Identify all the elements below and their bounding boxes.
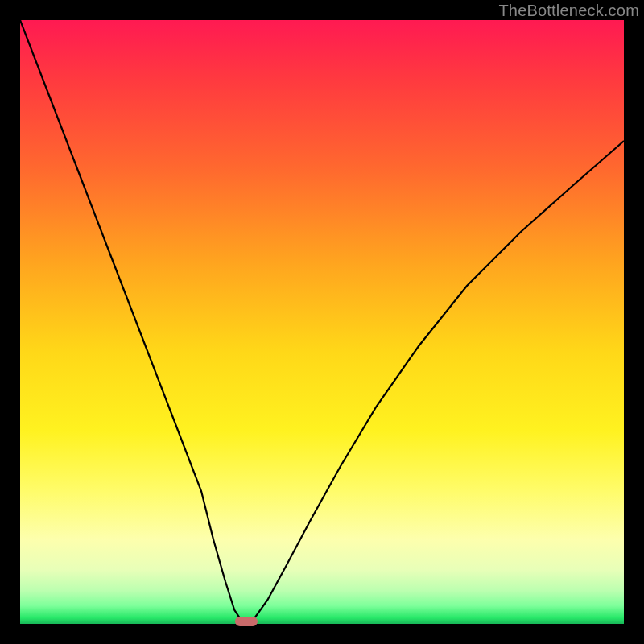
figure-root: TheBottleneck.com bbox=[0, 0, 644, 644]
optimal-point-marker bbox=[235, 617, 258, 626]
bottleneck-curve-right bbox=[249, 141, 625, 624]
plot-area bbox=[20, 20, 624, 624]
bottleneck-curve-left bbox=[20, 20, 245, 624]
watermark-text: TheBottleneck.com bbox=[498, 2, 639, 20]
curve-layer bbox=[20, 20, 624, 624]
